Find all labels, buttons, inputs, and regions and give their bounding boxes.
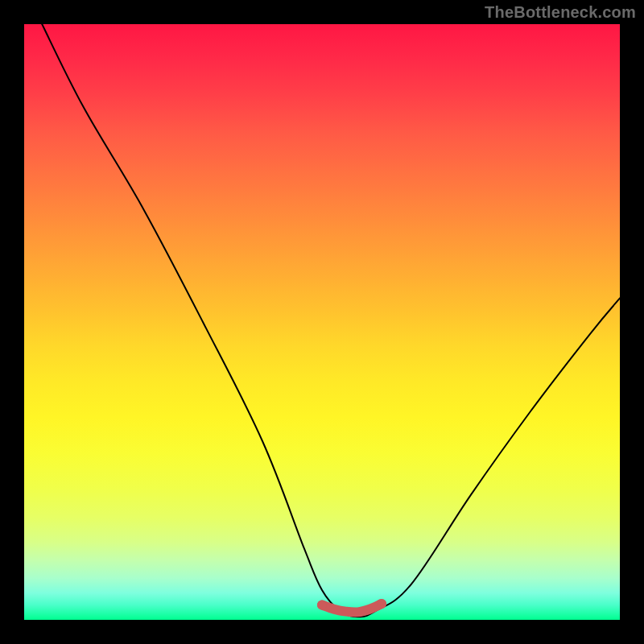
curve-layer	[24, 24, 620, 620]
bottom-highlight	[322, 604, 382, 613]
highlight-start-dot	[317, 601, 327, 610]
attribution-label: TheBottleneck.com	[485, 3, 636, 22]
highlight-end-dot	[377, 599, 386, 609]
bottleneck-curve	[42, 24, 620, 617]
chart-frame: TheBottleneck.com	[0, 0, 644, 644]
